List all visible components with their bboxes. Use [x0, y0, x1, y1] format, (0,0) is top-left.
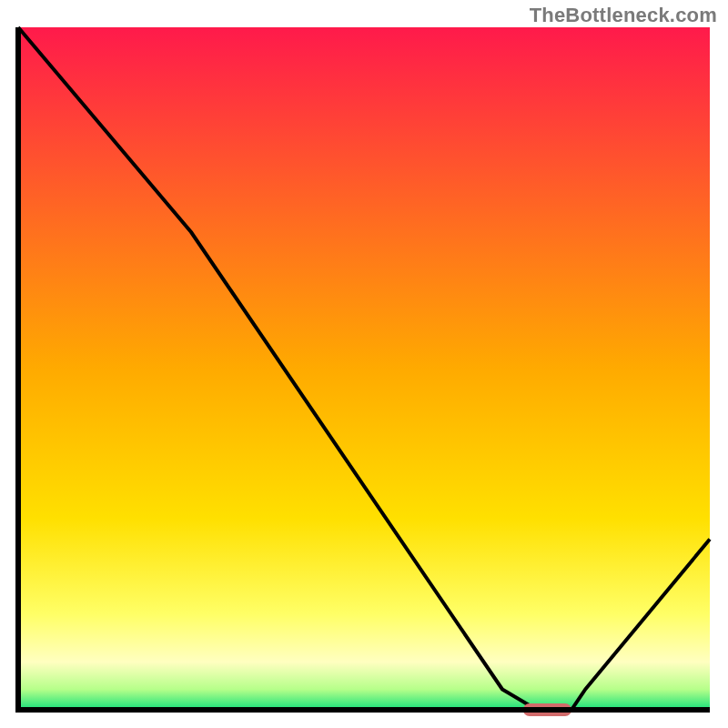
- watermark-text: TheBottleneck.com: [530, 4, 717, 27]
- chart-background: [18, 27, 710, 710]
- bottleneck-chart: [0, 0, 728, 728]
